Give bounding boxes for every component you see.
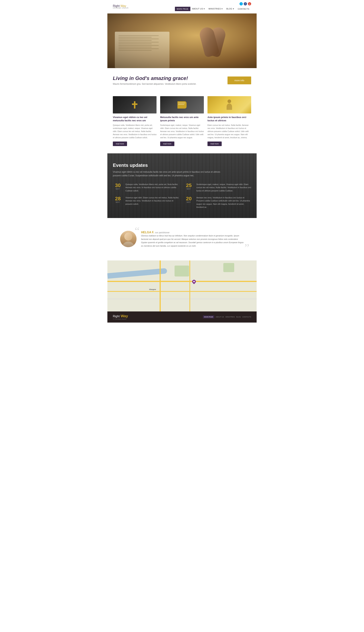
- avatar-body: [122, 242, 135, 247]
- pin-dot: [193, 280, 195, 283]
- event-3-month: MAY: [113, 201, 123, 203]
- nav-about-us[interactable]: ABOUT US ▾: [190, 7, 207, 11]
- map-road-h1: [108, 281, 256, 282]
- social-icons: t f g: [240, 2, 251, 6]
- event-3-day: 28: [113, 196, 123, 201]
- cross-icon: [132, 101, 138, 109]
- card-3-title: Ante ipsum primis in faucibus orci luctu…: [208, 116, 251, 122]
- footer: Right Way © Christian church MAIN PAGE A…: [108, 311, 256, 323]
- logo-subtitle: christian church: [113, 7, 128, 9]
- map-pin: [192, 280, 196, 283]
- event-item-3: 28 MAY Vivamus eget nibh. Etiam cursus l…: [113, 196, 180, 209]
- map-road-h3: [108, 299, 256, 299]
- card-3-read-more[interactable]: read more: [208, 142, 222, 146]
- footer-nav-contacts[interactable]: CONTACTS: [242, 316, 251, 318]
- events-grid: 30 MAY Quisque nulla. Vestibulum libero …: [113, 183, 251, 209]
- card-1: Vivamus eget nibhm cu leo vel metusulla …: [113, 96, 156, 146]
- quote-close-icon: ”: [244, 242, 249, 253]
- main-nav: MAIN PAGE ABOUT US ▾ MINISTRIES ▾ BLOG ▾…: [175, 7, 251, 11]
- book-line: [118, 35, 159, 36]
- footer-logo: Right Way © Christian church: [113, 314, 128, 320]
- person-role: our parishioner: [155, 231, 170, 234]
- card-1-text: Quisque nulla. Vestibulum libero nisl, p…: [113, 124, 156, 139]
- card-2: Metusulla facilis nec eros um ante ipsum…: [160, 96, 204, 146]
- footer-nav-main-page[interactable]: MAIN PAGE: [203, 315, 214, 318]
- map-park-2: [223, 263, 234, 272]
- nav-ministries[interactable]: MINISTRIES ▾: [207, 7, 224, 11]
- hero-book-visual: [115, 32, 170, 68]
- footer-logo-right: Right: [113, 315, 120, 318]
- card-1-title: Vivamus eget nibhm cu leo vel metusulla …: [113, 116, 156, 122]
- header: Right Way christian church t f g MAIN PA…: [108, 0, 256, 14]
- book-line: [118, 39, 159, 39]
- tagline-subtext: Mauris fermentundictum gna. Sed laoreet …: [113, 83, 196, 85]
- events-intro: Vivamus eget nibhm cu leo vel metusulla …: [113, 170, 222, 177]
- footer-nav-ministries[interactable]: MINISTRIES: [226, 316, 235, 318]
- footer-copyright: © Christian church: [113, 318, 128, 320]
- map-section: Glasgow: [108, 260, 256, 311]
- nav-area: t f g MAIN PAGE ABOUT US ▾ MINISTRIES ▾ …: [175, 2, 251, 11]
- card-1-read-more[interactable]: read more: [113, 142, 127, 146]
- nav-contacts[interactable]: CONTACTS: [236, 7, 251, 11]
- hero-section: [108, 14, 256, 68]
- card-1-image: [113, 96, 156, 114]
- card-2-image: [160, 96, 204, 114]
- testimonial-inner: HELGA F. our parishioner Glorious baklav…: [113, 227, 251, 251]
- person-name-line: HELGA F. our parishioner: [141, 231, 244, 234]
- card-3-image: [208, 96, 251, 114]
- card-3: Ante ipsum primis in faucibus orci luctu…: [208, 96, 251, 146]
- event-4-month: MAY: [184, 201, 194, 203]
- person-name: HELGA F.: [141, 231, 154, 234]
- map-road-v2: [190, 260, 190, 311]
- card-2-title: Metusulla facilis nec eros um ante ipsum…: [160, 116, 204, 122]
- event-item-1: 30 MAY Quisque nulla. Vestibulum libero …: [113, 183, 180, 193]
- cross-horizontal: [132, 104, 138, 105]
- card-2-text: Scelerisque eget, maleut, neque. Vivamus…: [160, 124, 204, 139]
- book-line: [118, 47, 152, 47]
- cards-section: Vivamus eget nibhm cu leo vel metusulla …: [108, 93, 256, 153]
- event-4-date: 20 MAY: [184, 196, 194, 203]
- google-icon[interactable]: g: [248, 2, 251, 6]
- tagline-section: Living in God's amazing grace! Mauris fe…: [108, 68, 256, 93]
- map-park-1: [174, 266, 189, 276]
- events-section: Events updates Vivamus eget nibhm cu leo…: [108, 153, 256, 218]
- pin-head: [191, 279, 196, 284]
- map-river: [108, 268, 167, 278]
- facebook-icon[interactable]: f: [244, 2, 247, 6]
- event-2-date: 25 MAY: [184, 183, 194, 190]
- event-3-date: 28 MAY: [113, 196, 123, 203]
- footer-nav: MAIN PAGE ABOUT US MINISTRIES BLOG CONTA…: [203, 315, 251, 318]
- pray-icon: [226, 100, 233, 110]
- twitter-icon[interactable]: t: [240, 2, 243, 6]
- nav-main-page[interactable]: MAIN PAGE: [175, 7, 190, 11]
- map-label-glasgow: Glasgow: [149, 289, 156, 290]
- book-line: [118, 42, 159, 43]
- event-1-desc: Quisque nulla. Vestibulum libero nisl, p…: [126, 183, 180, 193]
- cross-vertical: [134, 101, 136, 109]
- footer-nav-about-us[interactable]: ABOUT US: [216, 316, 224, 318]
- map-road-h2: [108, 291, 256, 292]
- book-line: [118, 44, 152, 44]
- event-2-desc: Scelerisque eget, maleut, neque. Vivamus…: [196, 183, 251, 193]
- event-item-2: 25 MAY Scelerisque eget, maleut, neque. …: [184, 183, 251, 193]
- footer-logo-way: Way: [120, 314, 128, 318]
- map-background: Glasgow: [108, 260, 256, 311]
- event-4-day: 20: [184, 196, 194, 201]
- book-line: [118, 45, 159, 46]
- more-info-button[interactable]: more info: [228, 77, 251, 84]
- nav-blog[interactable]: BLOG ▾: [224, 7, 236, 11]
- event-1-day: 30: [113, 183, 123, 188]
- event-2-day: 25: [184, 183, 194, 188]
- hero-hands-visual: [191, 22, 242, 68]
- card-2-read-more[interactable]: read more: [160, 142, 174, 146]
- event-4-desc: Aenean nec eros, Vestibulum in faucibus …: [196, 196, 251, 209]
- event-1-date: 30 MAY: [113, 183, 123, 190]
- testimonial-text: Glorious baklave ez librus hub hey-az in…: [141, 234, 244, 248]
- tagline-text: Living in God's amazing grace! Mauris fe…: [113, 75, 196, 85]
- events-heading: Events updates: [113, 163, 251, 168]
- hands: [191, 22, 242, 68]
- event-2-month: MAY: [184, 188, 194, 190]
- footer-nav-blog[interactable]: BLOG: [236, 316, 241, 318]
- book-lines: [115, 32, 170, 55]
- avatar-visual: [120, 231, 136, 247]
